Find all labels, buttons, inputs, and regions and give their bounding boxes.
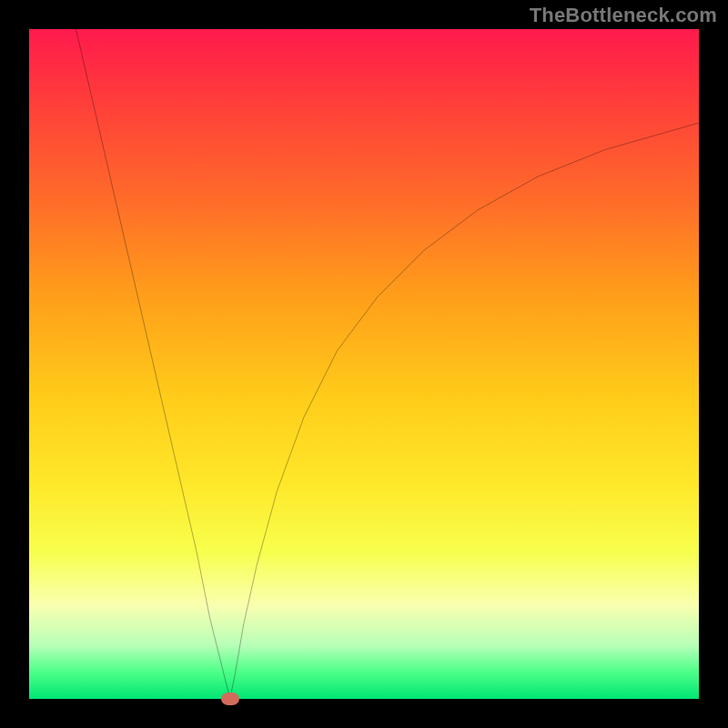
minimum-marker: [221, 693, 239, 705]
chart-frame: TheBottleneck.com: [0, 0, 728, 728]
curve-right-branch: [230, 123, 699, 699]
curve-left-branch: [76, 29, 230, 699]
watermark-text: TheBottleneck.com: [530, 4, 717, 27]
plot-area: [29, 29, 699, 699]
curve-svg: [29, 29, 699, 699]
